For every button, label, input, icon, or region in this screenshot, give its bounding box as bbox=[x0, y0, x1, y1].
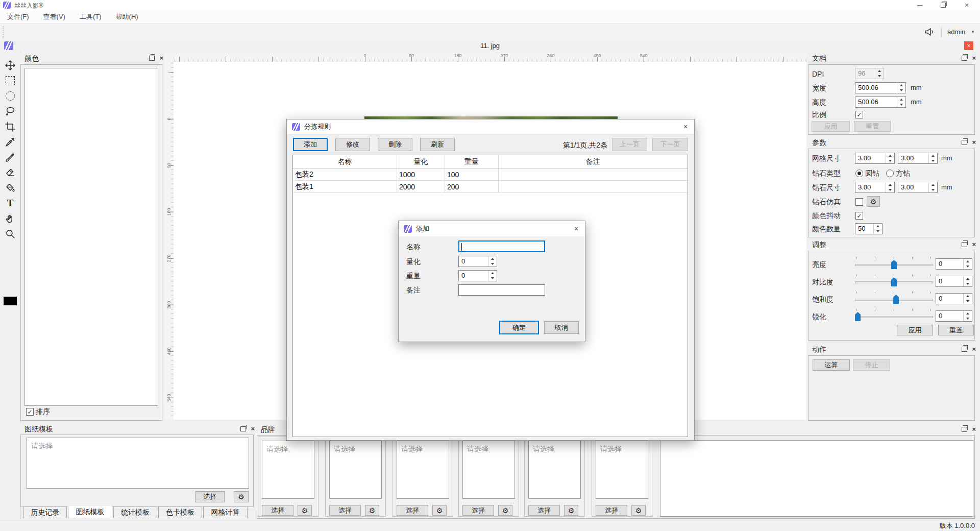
tab-history[interactable]: 历史记录 bbox=[23, 506, 67, 518]
float-panel-icon[interactable] bbox=[149, 56, 155, 61]
prev-page-button[interactable]: 上一页 bbox=[612, 138, 647, 151]
brand-settings-button[interactable]: ⚙ bbox=[365, 505, 379, 516]
template-select-button[interactable]: 选择 bbox=[195, 491, 225, 502]
float-panel-icon[interactable] bbox=[962, 140, 967, 145]
diamond-width-spinner[interactable]: 3.00 bbox=[855, 182, 895, 193]
brand-select-button[interactable]: 选择 bbox=[528, 505, 560, 516]
brand-select-button[interactable]: 选择 bbox=[462, 505, 494, 516]
ratio-checkbox[interactable]: ✓ bbox=[855, 111, 863, 118]
chevron-down-icon[interactable]: ▼ bbox=[971, 30, 975, 34]
remark-input[interactable] bbox=[458, 284, 545, 296]
brand-list[interactable]: 请选择 bbox=[528, 441, 581, 499]
width-spinner[interactable]: 500.06 bbox=[855, 82, 906, 93]
cancel-button[interactable]: 取消 bbox=[544, 321, 579, 334]
fill-tool[interactable] bbox=[4, 181, 17, 195]
ellipse-select-tool[interactable] bbox=[4, 89, 17, 103]
hand-tool[interactable] bbox=[4, 212, 17, 225]
close-panel-icon[interactable]: × bbox=[251, 425, 255, 432]
restore-button[interactable] bbox=[935, 0, 952, 10]
tab-gridcalc[interactable]: 网格计算 bbox=[203, 506, 248, 518]
square-diamond-radio[interactable] bbox=[886, 170, 894, 177]
float-panel-icon[interactable] bbox=[962, 427, 967, 432]
name-input[interactable] bbox=[458, 240, 545, 252]
next-page-button[interactable]: 下一页 bbox=[652, 138, 688, 151]
document-reset-button[interactable]: 重置 bbox=[854, 121, 891, 132]
sharpen-spinner[interactable]: 0 bbox=[936, 310, 972, 322]
tab-statistics[interactable]: 统计模板 bbox=[113, 506, 157, 518]
tab-template[interactable]: 图纸模板 bbox=[68, 506, 112, 518]
round-diamond-radio[interactable] bbox=[855, 170, 863, 177]
grid-width-spinner[interactable]: 3.00 bbox=[855, 153, 895, 164]
brand-list[interactable]: 请选择 bbox=[262, 441, 314, 499]
template-settings-button[interactable]: ⚙ bbox=[234, 491, 249, 502]
diamond-height-spinner[interactable]: 3.00 bbox=[898, 182, 938, 193]
brand-select-button[interactable]: 选择 bbox=[329, 505, 361, 516]
delete-rule-button[interactable]: 删除 bbox=[378, 138, 412, 151]
run-button[interactable]: 运算 bbox=[813, 359, 850, 371]
diamond-sim-settings-button[interactable]: ⚙ bbox=[867, 196, 880, 207]
close-button[interactable]: × bbox=[958, 0, 975, 10]
brand-select-button[interactable]: 选择 bbox=[397, 505, 428, 516]
rect-select-tool[interactable] bbox=[4, 74, 17, 87]
brand-settings-button[interactable]: ⚙ bbox=[564, 505, 578, 516]
color-list[interactable] bbox=[24, 68, 158, 406]
brand-settings-button[interactable]: ⚙ bbox=[432, 505, 447, 516]
saturation-spinner[interactable]: 0 bbox=[936, 293, 972, 304]
float-panel-icon[interactable] bbox=[240, 426, 246, 431]
announcement-icon[interactable] bbox=[925, 28, 934, 37]
close-panel-icon[interactable]: × bbox=[159, 55, 163, 61]
weight-spinner[interactable]: 0 bbox=[458, 270, 497, 281]
zoom-tool[interactable] bbox=[4, 227, 17, 240]
brand-select-button[interactable]: 选择 bbox=[596, 505, 627, 516]
edit-rule-button[interactable]: 修改 bbox=[335, 138, 370, 151]
document-close-button[interactable]: × bbox=[964, 41, 973, 50]
menu-help[interactable]: 帮助(H) bbox=[109, 10, 145, 23]
minimize-button[interactable] bbox=[911, 0, 928, 10]
stop-button[interactable]: 停止 bbox=[853, 359, 890, 371]
eyedropper-tool[interactable] bbox=[4, 135, 17, 149]
menu-view[interactable]: 查看(V) bbox=[36, 10, 72, 23]
sharpen-slider[interactable] bbox=[855, 316, 933, 318]
close-panel-icon[interactable]: × bbox=[972, 346, 976, 352]
adjust-apply-button[interactable]: 应用 bbox=[897, 325, 933, 335]
brand-list[interactable]: 请选择 bbox=[596, 441, 648, 499]
close-panel-icon[interactable]: × bbox=[972, 139, 976, 146]
menu-file[interactable]: 文件(F) bbox=[0, 10, 36, 23]
brand-select-button[interactable]: 选择 bbox=[262, 505, 293, 516]
brand-list[interactable]: 请选择 bbox=[462, 441, 515, 499]
lasso-tool[interactable] bbox=[4, 105, 17, 118]
brand-list[interactable]: 请选择 bbox=[329, 441, 382, 499]
brand-list[interactable]: 请选择 bbox=[397, 441, 449, 499]
table-row[interactable]: 包装1 2000 200 bbox=[293, 181, 688, 193]
text-tool[interactable]: T bbox=[4, 197, 17, 210]
brand-settings-button[interactable]: ⚙ bbox=[298, 505, 312, 516]
template-list[interactable]: 请选择 bbox=[27, 438, 249, 489]
toolbar-grip[interactable] bbox=[3, 26, 4, 38]
dialog-close-button[interactable]: × bbox=[568, 221, 585, 236]
dialog-title-bar[interactable]: 添加 bbox=[399, 221, 585, 236]
color-dither-checkbox[interactable]: ✓ bbox=[855, 212, 863, 220]
move-tool[interactable] bbox=[4, 59, 17, 72]
diamond-sim-checkbox[interactable] bbox=[855, 198, 863, 206]
contrast-spinner[interactable]: 0 bbox=[936, 276, 972, 287]
float-panel-icon[interactable] bbox=[962, 56, 967, 61]
sort-checkbox[interactable]: ✓ bbox=[26, 408, 34, 416]
float-panel-icon[interactable] bbox=[962, 242, 967, 247]
ok-button[interactable]: 确定 bbox=[499, 321, 539, 334]
crop-tool[interactable] bbox=[4, 120, 17, 133]
height-spinner[interactable]: 500.06 bbox=[855, 96, 906, 108]
close-panel-icon[interactable]: × bbox=[972, 55, 976, 61]
tab-colorcard[interactable]: 色卡模板 bbox=[158, 506, 202, 518]
brand-settings-button[interactable]: ⚙ bbox=[631, 505, 646, 516]
brush-tool[interactable] bbox=[4, 151, 17, 164]
quantity-spinner[interactable]: 0 bbox=[458, 256, 497, 267]
refresh-button[interactable]: 刷新 bbox=[420, 138, 455, 151]
current-color-swatch[interactable] bbox=[4, 297, 17, 305]
add-rule-button[interactable]: 添加 bbox=[293, 138, 328, 151]
adjust-reset-button[interactable]: 重置 bbox=[938, 325, 974, 335]
user-menu[interactable]: admin bbox=[947, 28, 965, 36]
menu-tools[interactable]: 工具(T) bbox=[72, 10, 109, 23]
close-panel-icon[interactable]: × bbox=[972, 426, 976, 432]
document-apply-button[interactable]: 应用 bbox=[812, 121, 850, 132]
eraser-tool[interactable] bbox=[4, 166, 17, 179]
